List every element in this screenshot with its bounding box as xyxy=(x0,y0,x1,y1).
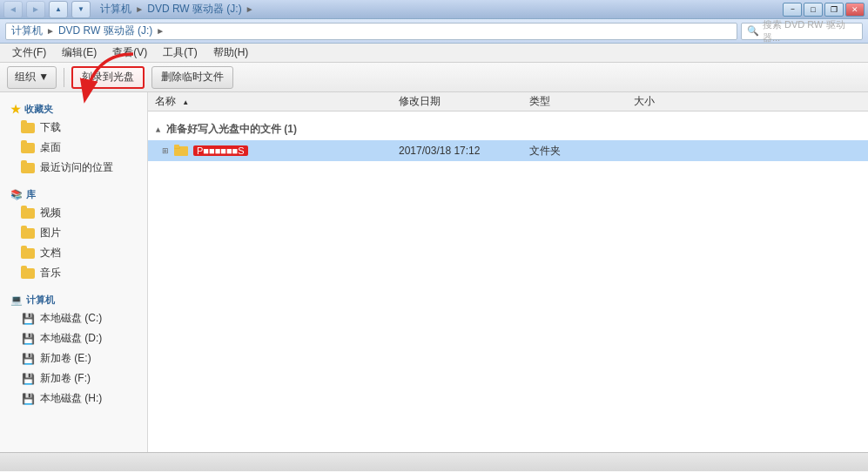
file-area: 名称 ▲ 修改日期 类型 大小 ◄ 准备好写入光盘中的文件 (1) ⊞ xyxy=(148,92,868,452)
forward-button[interactable]: ► xyxy=(26,1,45,18)
breadcrumb-dvd[interactable]: DVD RW 驱动器 (J:) xyxy=(147,2,241,17)
drive-icon: 💾 xyxy=(21,332,35,346)
col-name-header[interactable]: 名称 ▲ xyxy=(155,94,399,109)
expand-icon: ⊞ xyxy=(162,146,169,155)
svg-rect-3 xyxy=(174,145,179,148)
address-bar: 计算机 ► DVD RW 驱动器 (J:) ► 🔍 搜索 DVD RW 驱动器.… xyxy=(0,19,868,44)
folder-icon xyxy=(21,267,35,280)
drive-icon: 💾 xyxy=(21,352,35,366)
title-bar: ◄ ► ▲ ▼ 计算机 ► DVD RW 驱动器 (J:) ► － □ ❐ ✕ xyxy=(0,0,868,19)
file-row-type: 文件夹 xyxy=(529,144,634,159)
folder-icon xyxy=(21,247,35,260)
search-placeholder: 搜索 DVD RW 驱动器... xyxy=(763,18,857,44)
title-bar-left: ◄ ► ▲ ▼ 计算机 ► DVD RW 驱动器 (J:) ► xyxy=(3,1,254,18)
burn-to-disc-button[interactable]: 刻录到光盘 xyxy=(71,66,145,89)
file-row-date: 2017/03/18 17:12 xyxy=(399,145,529,157)
addr-dvd[interactable]: DVD RW 驱动器 (J:) xyxy=(58,24,152,38)
sidebar-section-library[interactable]: 📚 库 xyxy=(3,185,144,203)
address-path-box[interactable]: 计算机 ► DVD RW 驱动器 (J:) ► xyxy=(5,23,737,40)
library-icon: 📚 xyxy=(10,189,23,200)
column-header: 名称 ▲ 修改日期 类型 大小 xyxy=(148,92,868,111)
sidebar-item-music[interactable]: 音乐 xyxy=(3,263,144,283)
maximize-button[interactable]: □ xyxy=(804,3,823,17)
recent-button[interactable]: ▼ xyxy=(71,1,91,18)
star-icon: ★ xyxy=(10,103,21,116)
window-controls: － □ ❐ ✕ xyxy=(783,3,865,17)
drive-icon: 💾 xyxy=(21,372,35,386)
restore-button[interactable]: ❐ xyxy=(824,3,844,17)
col-type-header[interactable]: 类型 xyxy=(529,94,634,109)
folder-icon xyxy=(21,161,35,175)
toolbar: 组织 ▼ 刻录到光盘 删除临时文件 xyxy=(0,63,868,92)
sidebar-item-document[interactable]: 文档 xyxy=(3,243,144,263)
breadcrumb-sep1: ► xyxy=(135,4,144,14)
menu-tools[interactable]: 工具(T) xyxy=(156,44,204,62)
main-area: ★ 收藏夹 下载 桌面 最近访问的位置 📚 库 视频 图片 xyxy=(0,92,868,452)
computer-icon: 💻 xyxy=(10,294,23,306)
col-size-header[interactable]: 大小 xyxy=(634,94,721,109)
folder-icon xyxy=(21,121,35,135)
drive-icon: 💾 xyxy=(21,392,35,406)
file-name-redacted: P■■■■■■S xyxy=(193,145,248,156)
delete-temp-button[interactable]: 删除临时文件 xyxy=(151,66,233,89)
group-arrow-icon: ◄ xyxy=(154,125,163,133)
sidebar-section-favorites[interactable]: ★ 收藏夹 xyxy=(3,99,144,118)
col-date-header[interactable]: 修改日期 xyxy=(399,94,529,109)
sidebar-item-desktop[interactable]: 桌面 xyxy=(3,138,144,158)
status-bar xyxy=(0,452,868,471)
file-content: ◄ 准备好写入光盘中的文件 (1) ⊞ P■■■■■■S 20 xyxy=(148,111,868,168)
sidebar-item-drive-f[interactable]: 💾 新加卷 (F:) xyxy=(3,368,144,389)
menu-file[interactable]: 文件(F) xyxy=(5,44,53,62)
sidebar-item-download[interactable]: 下载 xyxy=(3,118,144,138)
menu-help[interactable]: 帮助(H) xyxy=(206,44,256,62)
folder-icon xyxy=(21,206,35,220)
sidebar-item-drive-d[interactable]: 💾 本地磁盘 (D:) xyxy=(3,328,144,348)
folder-icon xyxy=(21,141,35,155)
sidebar-item-picture[interactable]: 图片 xyxy=(3,223,144,243)
close-button[interactable]: ✕ xyxy=(845,3,865,17)
up-button[interactable]: ▲ xyxy=(49,1,68,18)
breadcrumb: 计算机 ► DVD RW 驱动器 (J:) ► xyxy=(100,2,253,17)
sidebar-item-drive-h[interactable]: 💾 本地磁盘 (H:) xyxy=(3,389,144,409)
breadcrumb-computer[interactable]: 计算机 xyxy=(100,2,131,17)
sidebar-item-video[interactable]: 视频 xyxy=(3,203,144,223)
organize-button[interactable]: 组织 ▼ xyxy=(7,66,57,89)
drive-icon: 💾 xyxy=(21,312,35,326)
menu-edit[interactable]: 编辑(E) xyxy=(55,44,104,62)
back-button[interactable]: ◄ xyxy=(3,1,23,18)
sidebar-item-recent[interactable]: 最近访问的位置 xyxy=(3,158,144,178)
menu-view[interactable]: 查看(V) xyxy=(105,44,154,62)
sidebar: ★ 收藏夹 下载 桌面 最近访问的位置 📚 库 视频 图片 xyxy=(0,92,148,452)
folder-icon xyxy=(174,144,188,159)
search-icon: 🔍 xyxy=(747,25,759,37)
search-box[interactable]: 🔍 搜索 DVD RW 驱动器... xyxy=(741,23,863,40)
file-row-name: ⊞ P■■■■■■S xyxy=(155,144,399,159)
file-group-header[interactable]: ◄ 准备好写入光盘中的文件 (1) xyxy=(148,118,868,140)
sidebar-section-computer[interactable]: 💻 计算机 xyxy=(3,290,144,308)
folder-icon xyxy=(21,226,35,240)
sidebar-item-drive-c[interactable]: 💾 本地磁盘 (C:) xyxy=(3,308,144,328)
menu-bar: 文件(F) 编辑(E) 查看(V) 工具(T) 帮助(H) xyxy=(0,44,868,63)
minimize-button[interactable]: － xyxy=(783,3,802,17)
addr-computer[interactable]: 计算机 xyxy=(11,24,43,38)
toolbar-separator xyxy=(64,68,64,87)
breadcrumb-sep2: ► xyxy=(246,4,254,14)
file-row[interactable]: ⊞ P■■■■■■S 2017/03/18 17:12 文件夹 xyxy=(148,140,868,161)
sort-arrow: ▲ xyxy=(182,98,189,106)
sidebar-item-drive-e[interactable]: 💾 新加卷 (E:) xyxy=(3,348,144,368)
